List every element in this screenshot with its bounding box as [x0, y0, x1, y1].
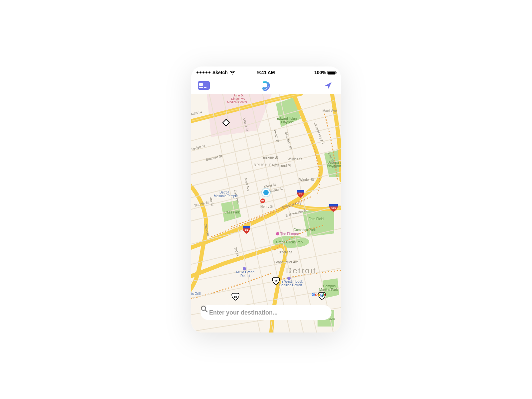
svg-text:Ford Field: Ford Field — [309, 217, 324, 221]
shield-us10-icon: 10 — [232, 293, 239, 300]
svg-text:12: 12 — [274, 280, 278, 283]
svg-text:CampusMartius Park: CampusMartius Park — [319, 284, 338, 292]
svg-rect-1 — [199, 83, 203, 86]
clock-label: 9:41 AM — [191, 70, 341, 75]
svg-text:DuplessisPlayground: DuplessisPlayground — [327, 161, 341, 168]
svg-text:Brainard St: Brainard St — [205, 154, 222, 162]
app-logo-icon — [260, 80, 272, 92]
no-entry-icon — [260, 199, 265, 203]
phone-frame: Sketch 9:41 AM 100% — [191, 66, 341, 332]
nav-bar — [191, 78, 341, 94]
svg-line-66 — [205, 310, 207, 312]
venue-pin-icon — [276, 232, 279, 235]
svg-text:The Westin BookCadillac Detroi: The Westin BookCadillac Detroit — [278, 280, 303, 287]
destination-search-bar[interactable] — [200, 305, 332, 320]
svg-text:Mack Ave: Mack Ave — [323, 109, 337, 113]
payment-button[interactable] — [197, 81, 210, 91]
battery-icon — [328, 71, 335, 74]
map-attribution: Google — [312, 292, 327, 297]
svg-text:Grand Circus Park: Grand Circus Park — [276, 240, 304, 244]
shield-i75b-icon: 75 — [243, 226, 250, 234]
map-view[interactable]: Mack Ave Erskine St Edmund Pl Alfred St … — [191, 94, 341, 332]
svg-rect-2 — [199, 87, 203, 88]
svg-text:Cass Park: Cass Park — [224, 210, 240, 214]
svg-text:Winder St: Winder St — [299, 178, 314, 182]
svg-text:75: 75 — [245, 229, 248, 232]
svg-text:MGM GrandDetroit: MGM GrandDetroit — [236, 270, 254, 278]
svg-text:The Fillmore: The Fillmore — [280, 232, 299, 236]
svg-text:Grand River Ave: Grand River Ave — [274, 260, 299, 264]
svg-text:Comerica Park: Comerica Park — [294, 228, 316, 232]
svg-text:75: 75 — [299, 193, 302, 196]
svg-text:10: 10 — [234, 295, 237, 299]
svg-text:Chrysler Expy S: Chrysler Expy S — [313, 121, 325, 145]
user-location-dot-icon — [262, 189, 270, 197]
svg-text:Erskine St: Erskine St — [263, 156, 278, 159]
svg-text:375: 375 — [331, 207, 336, 210]
svg-text:3rd St: 3rd St — [234, 247, 239, 257]
svg-text:Park Ave: Park Ave — [244, 178, 250, 192]
destination-input[interactable] — [209, 309, 326, 316]
svg-text:antis St: antis St — [191, 110, 202, 116]
svg-text:Clifford St: Clifford St — [278, 250, 292, 254]
svg-text:Detroit: Detroit — [286, 266, 317, 275]
navigation-arrow-icon — [324, 81, 332, 91]
svg-text:Brush St: Brush St — [273, 130, 280, 143]
svg-rect-63 — [261, 200, 264, 201]
svg-text:Selden St: Selden St — [191, 144, 205, 151]
hotel-pin-icon — [287, 277, 291, 280]
recenter-button[interactable] — [322, 81, 335, 91]
svg-rect-3 — [204, 87, 206, 88]
svg-text:ts Grill: ts Grill — [191, 292, 200, 296]
svg-text:Henry St: Henry St — [260, 205, 273, 208]
svg-text:BRUSH PARK: BRUSH PARK — [254, 163, 280, 167]
status-bar: Sketch 9:41 AM 100% — [191, 66, 341, 78]
hotel-pin-icon — [243, 267, 246, 270]
svg-text:Wilkins St: Wilkins St — [288, 157, 302, 161]
credit-card-icon — [198, 81, 210, 91]
svg-text:Beaubien St: Beaubien St — [284, 131, 293, 150]
